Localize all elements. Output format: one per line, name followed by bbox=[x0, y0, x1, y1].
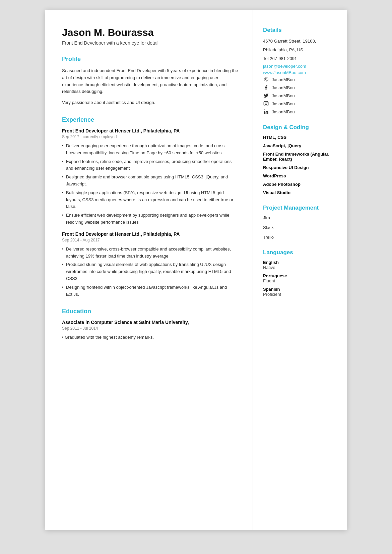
skill-responsive-ui: Responsive UI Design bbox=[263, 165, 337, 170]
job-bullets-1: Deliver engaging user experience through… bbox=[62, 143, 239, 226]
education-section-title: Education bbox=[62, 308, 239, 315]
lang-spanish: Spanish Proficient bbox=[263, 287, 337, 297]
lang-name-portuguese: Portuguese bbox=[263, 273, 337, 278]
social-twitter: JasonMBou bbox=[263, 93, 337, 99]
bullet-item: Built single page applications (SPA), re… bbox=[62, 189, 239, 210]
facebook-handle: JasonMBou bbox=[272, 85, 295, 90]
telephone: Tel 267-981-2091 bbox=[263, 55, 337, 62]
linkedin-handle: JasonMBou bbox=[272, 109, 295, 114]
edu-entry-1: Associate in Computer Science at Saint M… bbox=[62, 320, 239, 341]
job-title-1: Front End Developer at Henser Ltd., Phil… bbox=[62, 128, 239, 133]
svg-rect-0 bbox=[264, 102, 268, 106]
email-link[interactable]: jason@developer.com bbox=[263, 64, 337, 69]
skill-frameworks: Front End frameworks (Angular, Ember, Re… bbox=[263, 152, 337, 162]
profile-text-1: Seasoned and independent Front End Devel… bbox=[62, 67, 239, 95]
profile-text-2: Very passionate about aesthetics and UI … bbox=[62, 99, 239, 106]
pm-slack: Slack bbox=[263, 225, 337, 230]
lang-level-spanish: Proficient bbox=[263, 292, 337, 297]
lang-portuguese: Portuguese Fluent bbox=[263, 273, 337, 283]
linkedin-icon bbox=[263, 109, 269, 115]
lang-english: English Native bbox=[263, 260, 337, 270]
pm-jira: Jira bbox=[263, 215, 337, 220]
bullet-item: Ensure efficient web development by supp… bbox=[62, 212, 239, 226]
job-date-2: Sep 2014 - Aug 2017 bbox=[62, 238, 239, 242]
skype-handle: JasonMBou bbox=[272, 77, 295, 82]
bullet-item: Designed dynamic and browser compatible … bbox=[62, 174, 239, 188]
job-date-1: Sep 2017 - currently employed bbox=[62, 134, 239, 139]
pm-section-title: Project Management bbox=[263, 205, 337, 211]
facebook-icon bbox=[263, 85, 269, 91]
social-linkedin: JasonMBou bbox=[263, 109, 337, 115]
candidate-name: Jason M. Bourassa bbox=[62, 27, 239, 38]
edu-date-1: Sep 2011 - Jul 2014 bbox=[62, 326, 239, 331]
address-line-2: Philadelphia, PA, US bbox=[263, 46, 337, 54]
job-entry-2: Front End Developer at Henser Ltd., Phil… bbox=[62, 231, 239, 298]
lang-name-english: English bbox=[263, 260, 337, 265]
job-title-2: Front End Developer at Henser Ltd., Phil… bbox=[62, 231, 239, 237]
profile-section-title: Profile bbox=[62, 56, 239, 63]
experience-section-title: Experience bbox=[62, 116, 239, 123]
skype-icon: Ⓒ bbox=[263, 76, 269, 82]
instagram-handle: JasonMBou bbox=[272, 101, 295, 106]
lang-level-english: Native bbox=[263, 265, 337, 270]
website-link[interactable]: www.JasonMBou.com bbox=[263, 70, 337, 75]
job-bullets-2: Delivered responsive, cross-browser comp… bbox=[62, 246, 239, 298]
skill-visual-studio: Visual Studio bbox=[263, 190, 337, 195]
design-coding-section-title: Design & Coding bbox=[263, 124, 337, 131]
twitter-handle: JasonMBou bbox=[272, 93, 295, 98]
twitter-icon bbox=[263, 93, 269, 99]
skill-photoshop: Adobe Photoshop bbox=[263, 182, 337, 187]
edu-title-1: Associate in Computer Science at Saint M… bbox=[62, 320, 239, 325]
social-facebook: JasonMBou bbox=[263, 85, 337, 91]
skill-html-css: HTML, CSS bbox=[263, 135, 337, 140]
svg-point-4 bbox=[264, 110, 265, 111]
resume-container: Jason M. Bourassa Front End Developer wi… bbox=[45, 10, 347, 530]
candidate-tagline: Front End Developer with a keen eye for … bbox=[62, 40, 239, 46]
lang-name-spanish: Spanish bbox=[263, 287, 337, 292]
bullet-item: Deliver engaging user experience through… bbox=[62, 143, 239, 157]
address-line-1: 4670 Garrett Street, 19108, bbox=[263, 38, 337, 45]
edu-text-1: • Graduated with the highest academy rem… bbox=[62, 334, 239, 341]
bullet-item: Expand features, refine code, and improv… bbox=[62, 158, 239, 172]
social-instagram: JasonMBou bbox=[263, 101, 337, 107]
languages-section-title: Languages bbox=[263, 249, 337, 256]
job-entry-1: Front End Developer at Henser Ltd., Phil… bbox=[62, 128, 239, 226]
svg-point-1 bbox=[265, 103, 267, 105]
left-column: Jason M. Bourassa Front End Developer wi… bbox=[45, 10, 253, 530]
skill-js-jquery: JavaScript, jQuery bbox=[263, 143, 337, 148]
details-section-title: Details bbox=[263, 27, 337, 34]
bullet-item: Delivered responsive, cross-browser comp… bbox=[62, 246, 239, 260]
right-column: Details 4670 Garrett Street, 19108, Phil… bbox=[253, 10, 347, 530]
bullet-item: Produced stunning visual elements of web… bbox=[62, 261, 239, 282]
bullet-item: Designing frontend within object-oriente… bbox=[62, 284, 239, 298]
skill-wordpress: WordPress bbox=[263, 173, 337, 178]
svg-rect-3 bbox=[264, 111, 265, 114]
pm-trello: Trello bbox=[263, 235, 337, 240]
lang-level-portuguese: Fluent bbox=[263, 278, 337, 283]
instagram-icon bbox=[263, 101, 269, 107]
svg-point-2 bbox=[267, 102, 267, 103]
social-skype: Ⓒ JasonMBou bbox=[263, 76, 337, 82]
